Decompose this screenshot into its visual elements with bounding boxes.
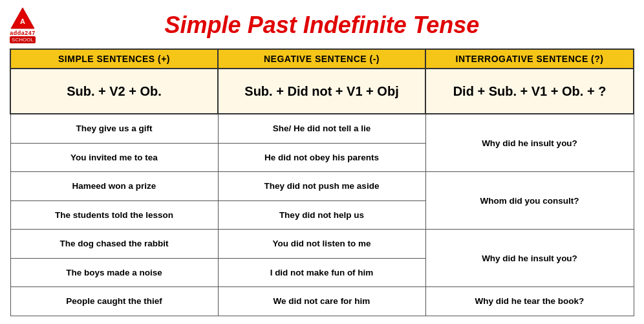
negative-row-1: He did not obey his parents: [218, 143, 425, 172]
simple-row-4: The dog chased the rabbit: [10, 230, 218, 259]
simple-row-1: You invited me to tea: [10, 143, 218, 172]
simple-row-0: They give us a gift: [10, 114, 218, 143]
simple-row-6: People caught the thief: [10, 287, 218, 316]
simple-row-2: Hameed won a prize: [10, 172, 218, 201]
logo-icon: A: [10, 6, 36, 30]
col-header-simple: SIMPLE SENTENCES (+): [10, 49, 218, 69]
logo-area: A adda247 SCHOOL: [10, 6, 36, 43]
formula-interrogative: Did + Sub. + V1 + Ob. + ?: [425, 69, 634, 114]
interrogative-row-2: Whom did you consult?: [425, 172, 634, 230]
col-header-interrogative: INTERROGATIVE SENTENCE (?): [425, 49, 634, 69]
page-wrapper: A adda247 SCHOOL Simple Past Indefinite …: [0, 0, 644, 324]
svg-text:A: A: [20, 17, 25, 25]
formula-negative: Sub. + Did not + V1 + Obj: [218, 69, 425, 114]
negative-row-2: They did not push me aside: [218, 172, 425, 201]
page-title: Simple Past Indefinite Tense: [42, 12, 634, 39]
table-row: The dog chased the rabbit You did not li…: [10, 230, 634, 259]
logo-label: adda247: [10, 30, 36, 36]
formula-simple: Sub. + V2 + Ob.: [10, 69, 218, 114]
column-header-row: SIMPLE SENTENCES (+) NEGATIVE SENTENCE (…: [10, 49, 634, 69]
negative-row-3: They did not help us: [218, 200, 425, 230]
table-row: People caught the thief We did not care …: [10, 287, 634, 316]
negative-row-4: You did not listen to me: [218, 230, 425, 259]
main-table: SIMPLE SENTENCES (+) NEGATIVE SENTENCE (…: [10, 49, 634, 316]
interrogative-row-0: Why did he insult you?: [425, 114, 634, 172]
interrogative-row-4: Why did he insult you?: [425, 230, 634, 287]
logo-school: SCHOOL: [10, 36, 36, 43]
formula-row: Sub. + V2 + Ob. Sub. + Did not + V1 + Ob…: [10, 69, 634, 114]
simple-row-5: The boys made a noise: [10, 258, 218, 287]
simple-row-3: The students told the lesson: [10, 200, 218, 230]
table-row: Hameed won a prize They did not push me …: [10, 172, 634, 201]
interrogative-row-5: Why did he tear the book?: [425, 287, 634, 316]
negative-row-0: She/ He did not tell a lie: [218, 114, 425, 143]
negative-row-6: We did not care for him: [218, 287, 425, 316]
table-row: They give us a gift She/ He did not tell…: [10, 114, 634, 143]
negative-row-5: I did not make fun of him: [218, 258, 425, 287]
col-header-negative: NEGATIVE SENTENCE (-): [218, 49, 425, 69]
header-row: A adda247 SCHOOL Simple Past Indefinite …: [10, 6, 634, 43]
